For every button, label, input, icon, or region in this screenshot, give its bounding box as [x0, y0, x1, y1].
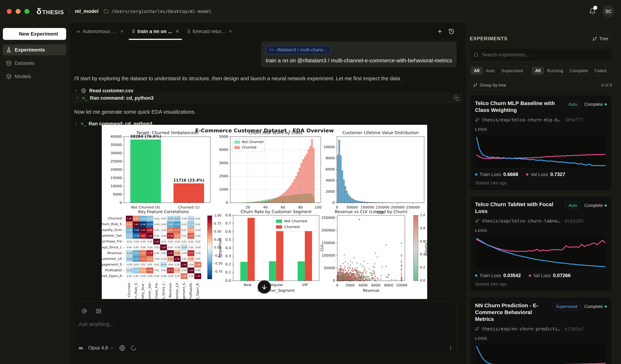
started-timestamp: Started 14m ago — [475, 180, 607, 186]
tree-view-button[interactable]: Tree — [589, 34, 612, 43]
notifications-button[interactable] — [589, 8, 596, 15]
svg-text:150000: 150000 — [322, 241, 335, 245]
tab-train-a-nn[interactable]: δ train a nn on ... × — [128, 23, 183, 40]
attach-image-button[interactable] — [93, 305, 104, 317]
autonomous-mode-toggle[interactable]: ∞ — [79, 344, 83, 351]
tab-autonomous[interactable]: ∞ Autonomous: ... × — [72, 23, 128, 40]
avatar[interactable]: SC — [603, 6, 614, 17]
experiment-card[interactable]: Telco Churn TabNet with Focal LossAutoCo… — [470, 196, 612, 291]
filter-type-supervised[interactable]: Supervised — [498, 67, 526, 75]
svg-text:1.00: 1.00 — [134, 223, 139, 226]
eda-figure-image[interactable]: E-Commerce Customer Dataset - EDA Overvi… — [102, 125, 427, 299]
svg-text:-0.14: -0.14 — [181, 246, 187, 249]
svg-text:0.19: 0.19 — [189, 258, 193, 260]
new-experiment-button[interactable]: New Experiment — [3, 28, 66, 40]
svg-text:1.0: 1.0 — [420, 213, 425, 217]
val-loss-value: 0.7327 — [550, 172, 565, 177]
train-loss-value: 0.03542 — [503, 273, 521, 278]
svg-text:0.48: 0.48 — [195, 263, 200, 266]
svg-text:Purchase_Fre -: Purchase_Fre - — [155, 281, 158, 299]
git-branch-icon — [475, 118, 479, 122]
val-loss-label: Val Loss — [533, 273, 551, 278]
status-label: Complete — [584, 102, 603, 107]
svg-text:Key Feature Correlations: Key Feature Correlations — [138, 209, 189, 214]
send-button[interactable]: ↑ — [449, 344, 452, 352]
filter-status-failed[interactable]: Failed — [591, 67, 609, 75]
sidebar-item-datasets[interactable]: Datasets — [3, 58, 66, 69]
status-label: Complete — [584, 304, 603, 309]
loss-chart-svg — [475, 344, 607, 364]
filter-status-complete[interactable]: Complete — [566, 67, 591, 75]
close-window-button[interactable] — [7, 9, 12, 14]
experiment-card[interactable]: NN Churn Prediction - E-Commerce Behavio… — [470, 297, 612, 364]
svg-text:0.00: 0.00 — [161, 223, 166, 226]
filter-status-all[interactable]: All — [532, 67, 544, 75]
svg-text:0.00: 0.00 — [154, 235, 159, 237]
svg-text:1.00: 1.00 — [214, 214, 221, 217]
experiment-mode-badge: Supervised — [552, 303, 581, 310]
train-loss-dot — [475, 173, 477, 176]
svg-text:0.34: 0.34 — [141, 269, 145, 272]
close-tab-icon[interactable]: × — [229, 29, 232, 34]
svg-text:-0.00: -0.00 — [140, 275, 146, 277]
val-loss-stat: Val Loss0.7327 — [526, 172, 565, 177]
svg-text:0.6: 0.6 — [225, 229, 231, 234]
copy-icon[interactable] — [454, 95, 459, 101]
sidebar-item-experiments[interactable]: Experiments — [3, 45, 66, 55]
svg-text:0.00: 0.00 — [154, 229, 159, 232]
group-by-tree-button[interactable]: Group by tree — [470, 81, 510, 90]
svg-text:0.2: 0.2 — [420, 265, 425, 269]
svg-text:VIP: VIP — [302, 283, 308, 287]
new-tab-button[interactable]: + — [438, 28, 442, 35]
svg-text:0.43: 0.43 — [134, 218, 139, 220]
svg-text:0: 0 — [120, 200, 122, 205]
svg-text:0.00: 0.00 — [175, 275, 180, 277]
chat-input[interactable] — [79, 321, 402, 334]
experiment-card[interactable]: Telco Churn MLP Baseline with Class Weig… — [470, 95, 612, 190]
svg-text:-0.00: -0.00 — [161, 258, 166, 260]
svg-text:Churned: Churned — [424, 240, 427, 256]
svg-text:-0.22: -0.22 — [174, 218, 180, 220]
minimize-window-button[interactable] — [16, 9, 20, 14]
svg-text:Days_Since_L -: Days_Since_L - — [102, 245, 124, 249]
svg-text:CLV: CLV — [320, 244, 324, 252]
train-loss-value: 0.6668 — [503, 172, 518, 177]
model-selector[interactable]: Opus 4.6 — [88, 345, 114, 351]
svg-text:-0.32: -0.32 — [188, 223, 194, 226]
experiment-card-header: Telco Churn TabNet with Focal LossAutoCo… — [475, 201, 607, 215]
svg-text:Customer Lifetime Value Distri: Customer Lifetime Value Distribution — [342, 130, 418, 135]
val-loss-dot — [526, 173, 528, 176]
close-tab-icon[interactable]: × — [121, 29, 123, 34]
search-input[interactable] — [482, 52, 608, 58]
mention-button[interactable] — [79, 305, 90, 317]
svg-text:0.72: 0.72 — [168, 269, 173, 272]
dataset-context-pill[interactable]: <> rifatalam3 / multi-chann... — [266, 46, 330, 54]
commit-hash: dca5265 — [565, 218, 584, 223]
svg-text:0.8: 0.8 — [225, 213, 231, 217]
filter-status-running[interactable]: Running — [544, 67, 566, 75]
svg-text:0.47: 0.47 — [141, 252, 145, 254]
svg-text:0.00: 0.00 — [127, 275, 132, 277]
svg-text:Customer_Sat -: Customer_Sat - — [102, 234, 124, 237]
svg-text:-0.98: -0.98 — [140, 223, 146, 226]
svg-text:2000: 2000 — [326, 189, 335, 194]
close-tab-icon[interactable]: × — [176, 29, 179, 34]
history-button[interactable] — [448, 28, 454, 34]
svg-text:-0.01: -0.01 — [154, 218, 159, 220]
svg-text:Days_Since_L -: Days_Since_L - — [161, 281, 165, 299]
svg-text:80: 80 — [298, 205, 303, 209]
svg-text:0.80: 0.80 — [141, 235, 145, 237]
web-search-button[interactable] — [119, 345, 125, 351]
filter-type-auto[interactable]: Auto — [483, 67, 498, 75]
svg-text:0.56: 0.56 — [189, 235, 193, 237]
filter-type-all[interactable]: All — [471, 67, 483, 75]
svg-text:0.00: 0.00 — [195, 223, 200, 226]
tab-forecast[interactable]: δ forecast retur... × — [183, 23, 236, 40]
tool-call-run-command[interactable]: >_ Ran command: cd, python3 — [71, 93, 463, 103]
scroll-to-bottom-button[interactable] — [258, 280, 271, 294]
svg-text:-0.00: -0.00 — [188, 275, 194, 277]
status-badge: Complete — [584, 203, 607, 208]
zoom-window-button[interactable] — [24, 9, 29, 14]
sidebar-item-models[interactable]: Models — [3, 71, 66, 82]
svg-text:0.00: 0.00 — [134, 275, 139, 277]
